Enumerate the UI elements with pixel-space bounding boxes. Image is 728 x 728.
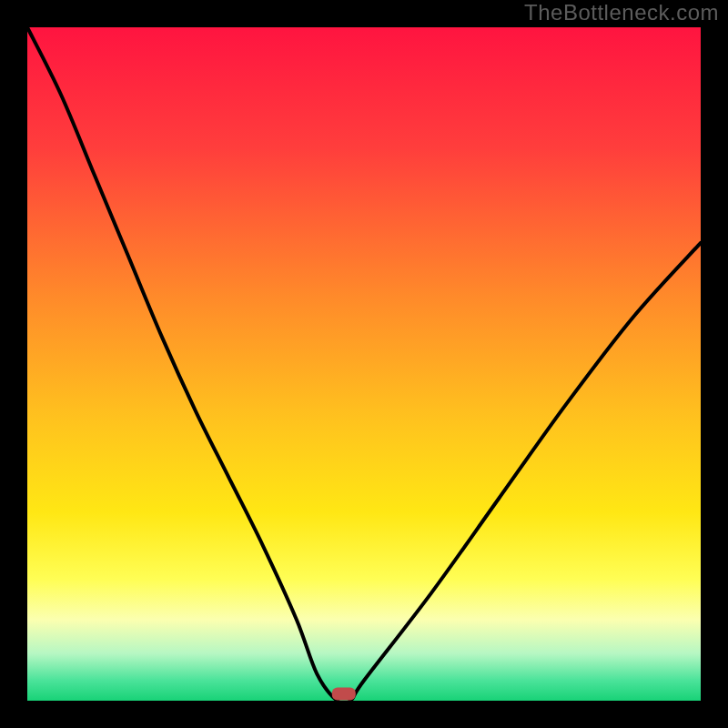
optimal-marker	[332, 688, 356, 701]
chart-container: TheBottleneck.com	[0, 0, 728, 728]
bottleneck-chart	[0, 0, 728, 728]
plot-background	[27, 27, 701, 701]
watermark-text: TheBottleneck.com	[524, 0, 719, 25]
